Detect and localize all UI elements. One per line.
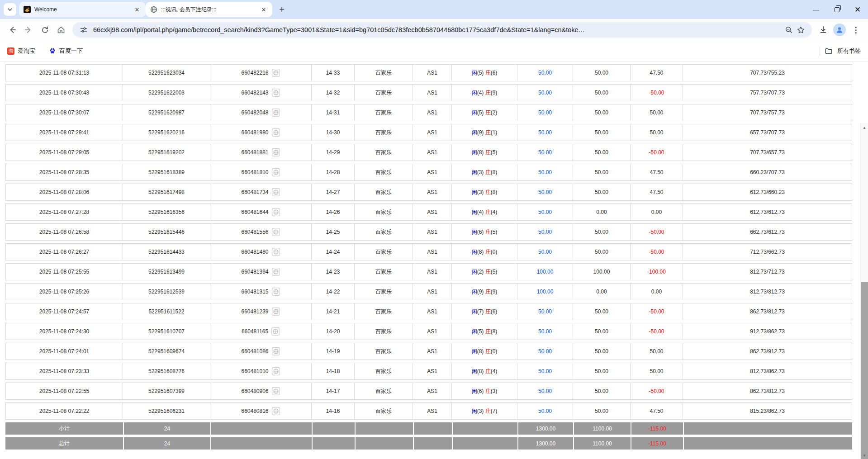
video-record-icon[interactable]: [271, 367, 280, 376]
game-id-cell: 660481165: [210, 323, 312, 340]
banker-label: 庄: [485, 70, 491, 76]
bookmark-star-icon[interactable]: [795, 24, 806, 36]
table-row: 2025-11-08 07:30:43522951622003660482143…: [5, 84, 852, 101]
home-icon[interactable]: [53, 22, 69, 38]
video-record-icon[interactable]: [271, 88, 280, 97]
bet-amount-cell[interactable]: 50.00: [517, 223, 573, 241]
bet-amount-cell[interactable]: 50.00: [517, 323, 573, 340]
video-record-icon[interactable]: [271, 247, 280, 256]
scrollbar-thumb[interactable]: [861, 282, 868, 459]
video-record-icon[interactable]: [271, 347, 280, 356]
banker-label: 庄: [485, 269, 491, 275]
bet-id-cell: 522951610707: [123, 323, 210, 340]
table-name-cell: AS1: [413, 402, 452, 420]
table-row: 2025-11-08 07:30:07522951620987660482048…: [5, 104, 852, 121]
balance-cell: 757.73/707.73: [683, 84, 852, 101]
zoom-out-icon[interactable]: [783, 24, 795, 36]
bet-amount-cell[interactable]: 50.00: [517, 203, 573, 221]
browser-toolbar: 66cxkj98.com/ipl/portal.php/game/betreco…: [0, 19, 868, 41]
video-record-icon[interactable]: [271, 307, 280, 316]
tab-search-chevron-icon[interactable]: [4, 3, 16, 16]
result-number: (5): [491, 229, 498, 235]
tab-betrecord[interactable]: :::视讯, 会员下注纪录::: ✕: [146, 2, 272, 17]
video-record-icon[interactable]: [271, 227, 280, 237]
tab-welcome[interactable]: Welcome ✕: [19, 2, 146, 17]
footer-empty-cell: [355, 422, 413, 435]
video-record-icon[interactable]: [271, 327, 280, 336]
url-text[interactable]: 66cxkj98.com/ipl/portal.php/game/betreco…: [93, 26, 783, 33]
result-cell: 闲(5) 庄(8): [452, 323, 517, 340]
profile-avatar[interactable]: [832, 22, 847, 38]
window-restore-button[interactable]: [826, 0, 847, 19]
time-cell: 2025-11-08 07:25:55: [5, 263, 123, 280]
tab-close-icon[interactable]: ✕: [260, 5, 268, 14]
bet-amount-cell[interactable]: 50.00: [517, 184, 573, 201]
video-record-icon[interactable]: [271, 148, 280, 157]
video-record-icon[interactable]: [271, 208, 280, 217]
round-cell: 14-33: [312, 64, 355, 81]
time-cell: 2025-11-08 07:23:33: [5, 363, 123, 380]
all-bookmarks-label[interactable]: 所有书签: [837, 47, 861, 55]
bet-amount-cell[interactable]: 50.00: [517, 363, 573, 380]
site-settings-icon[interactable]: [78, 24, 90, 36]
bet-amount-cell[interactable]: 50.00: [517, 402, 573, 420]
bet-amount-cell[interactable]: 50.00: [517, 104, 573, 121]
video-record-icon[interactable]: [271, 188, 280, 197]
video-record-icon[interactable]: [271, 407, 280, 416]
valid-amount-cell: 50.00: [573, 184, 631, 201]
video-record-icon[interactable]: [271, 387, 280, 396]
bet-amount-cell[interactable]: 50.00: [517, 84, 573, 101]
scrollbar-up-icon[interactable]: ▲: [861, 124, 868, 131]
valid-amount-cell: 50.00: [573, 223, 631, 241]
game-id-cell: 660481086: [210, 343, 312, 360]
address-bar[interactable]: 66cxkj98.com/ipl/portal.php/game/betreco…: [72, 22, 812, 38]
bet-amount-cell[interactable]: 50.00: [517, 383, 573, 400]
video-record-icon[interactable]: [271, 128, 280, 137]
window-minimize-button[interactable]: —: [806, 0, 826, 19]
video-record-icon[interactable]: [271, 267, 280, 276]
back-icon[interactable]: [5, 22, 20, 38]
winloss-cell: 50.00: [631, 124, 683, 141]
bet-id-cell: 522951615446: [123, 223, 210, 241]
video-record-icon[interactable]: [271, 168, 280, 177]
bet-amount-cell[interactable]: 50.00: [517, 164, 573, 181]
reload-icon[interactable]: [37, 22, 52, 38]
bet-amount-cell[interactable]: 50.00: [517, 64, 573, 81]
balance-cell: 815.23/862.73: [683, 402, 852, 420]
valid-amount-cell: 50.00: [573, 402, 631, 420]
table-name-cell: AS1: [413, 124, 452, 141]
result-number: (8): [491, 328, 498, 335]
globe-icon: [150, 6, 157, 13]
valid-amount-cell: 50.00: [573, 243, 631, 260]
menu-dots-icon[interactable]: ⋮: [848, 22, 863, 38]
video-record-icon[interactable]: [271, 287, 280, 296]
bet-amount-cell[interactable]: 50.00: [517, 303, 573, 320]
video-record-icon[interactable]: [271, 68, 280, 77]
result-number: (8): [477, 149, 485, 156]
bet-amount-cell[interactable]: 100.00: [517, 283, 573, 300]
result-number: (5): [491, 269, 498, 275]
tab-close-icon[interactable]: ✕: [133, 5, 141, 14]
banker-label: 庄: [485, 129, 491, 136]
bet-amount-cell[interactable]: 50.00: [517, 243, 573, 260]
round-cell: 14-21: [312, 303, 355, 320]
result-number: (6): [491, 70, 498, 76]
bet-amount-cell[interactable]: 50.00: [517, 343, 573, 360]
video-record-icon[interactable]: [271, 108, 280, 117]
scrollbar-down-icon[interactable]: ▼: [861, 452, 868, 459]
new-tab-button[interactable]: +: [275, 3, 289, 16]
player-label: 闲: [472, 328, 477, 335]
result-number: (5): [477, 328, 485, 335]
result-number: (0): [491, 348, 498, 355]
bookmark-taobao[interactable]: 淘 爱淘宝: [7, 47, 35, 55]
bet-amount-cell[interactable]: 50.00: [517, 124, 573, 141]
valid-amount-cell: 50.00: [573, 64, 631, 81]
download-icon[interactable]: [816, 22, 831, 38]
page-scrollbar[interactable]: ▲ ▼: [860, 123, 868, 459]
forward-icon[interactable]: [21, 22, 36, 38]
bet-amount-cell[interactable]: 50.00: [517, 144, 573, 161]
round-cell: 14-23: [312, 263, 355, 280]
bet-amount-cell[interactable]: 100.00: [517, 263, 573, 280]
window-close-button[interactable]: ✕: [847, 0, 868, 19]
bookmark-baidu[interactable]: 百度一下: [49, 47, 83, 55]
